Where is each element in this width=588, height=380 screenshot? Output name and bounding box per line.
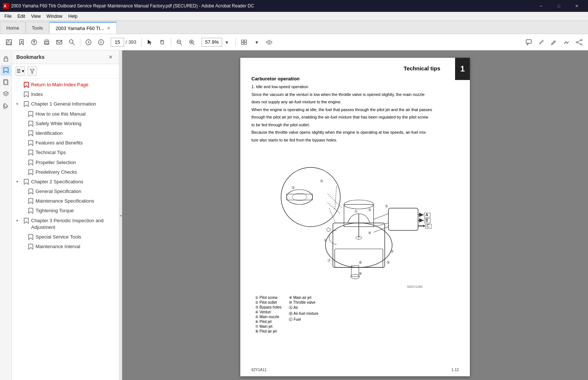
svg-marker-55 bbox=[29, 131, 33, 136]
prev-page-icon bbox=[85, 39, 92, 46]
content-subtitle: 1. Idle and low-speed operation bbox=[251, 84, 459, 90]
pages-icon bbox=[3, 79, 9, 85]
svg-text:⑤: ⑤ bbox=[387, 260, 390, 264]
bookmark-label-chapter3: Chapter 3 Periodic Inspection and Adjust… bbox=[31, 217, 116, 231]
view-mode-button[interactable] bbox=[238, 36, 250, 48]
menu-bar: File Edit View Window Help bbox=[0, 12, 588, 21]
bookmarks-menu-button[interactable]: ☰ ▾ bbox=[16, 66, 25, 76]
maximize-button[interactable]: □ bbox=[550, 0, 567, 12]
bookmark-maintenance-spec[interactable]: Maintenance Specifications bbox=[12, 196, 119, 206]
bookmarks-filter-button[interactable] bbox=[27, 66, 37, 76]
left-margin bbox=[196, 58, 240, 376]
bookmark-general-spec[interactable]: General Specification bbox=[12, 187, 119, 196]
bookmark-label-chapter2: Chapter 2 Specifications bbox=[31, 179, 83, 185]
attachments-icon-button[interactable] bbox=[1, 101, 11, 111]
content-line-6: Because the throttle valve opens slightl… bbox=[251, 129, 459, 136]
bookmark-special-tools[interactable]: Special Service Tools bbox=[12, 232, 119, 242]
menu-file[interactable]: File bbox=[1, 13, 14, 20]
bookmark-symbol-genspec-icon bbox=[28, 189, 33, 194]
svg-text:②: ② bbox=[368, 208, 371, 212]
bookmark-safety[interactable]: Safety While Working bbox=[12, 119, 119, 129]
highlight-button[interactable] bbox=[535, 36, 547, 48]
close-button[interactable]: ✕ bbox=[568, 0, 585, 12]
view-dropdown-button[interactable]: ▾ bbox=[251, 36, 263, 48]
svg-marker-50 bbox=[24, 82, 28, 87]
page-number-input[interactable] bbox=[111, 38, 124, 47]
bookmark-propeller[interactable]: Propeller Selection bbox=[12, 158, 119, 167]
tab-close-icon[interactable]: ✕ bbox=[107, 26, 110, 31]
bookmark-chapter1[interactable]: ▾ Chapter 1 General Information bbox=[12, 99, 119, 109]
minimize-button[interactable]: ─ bbox=[532, 0, 549, 12]
zoom-in-button[interactable] bbox=[186, 36, 198, 48]
bookmark-features[interactable]: Features and Benefits bbox=[12, 138, 119, 148]
svg-marker-54 bbox=[29, 121, 33, 126]
bookmark-identification[interactable]: Identification bbox=[12, 129, 119, 138]
sign-button[interactable] bbox=[561, 36, 572, 48]
upload-button[interactable] bbox=[28, 36, 40, 48]
legend-item-r1: ⑨ Main air jet bbox=[289, 296, 318, 300]
bookmark-label-features: Features and Benefits bbox=[36, 140, 83, 146]
comment-button[interactable] bbox=[523, 36, 535, 48]
scroll-mode-button[interactable] bbox=[263, 36, 275, 48]
bookmark-how-to-use[interactable]: How to use this Manual bbox=[12, 109, 119, 119]
zoom-out-button[interactable] bbox=[173, 36, 185, 48]
bookmark-symbol-index-icon bbox=[24, 91, 29, 97]
save-icon bbox=[6, 39, 12, 46]
bookmark-label-chapter1: Chapter 1 General Information bbox=[31, 101, 96, 107]
bookmarks-icon-button[interactable] bbox=[1, 65, 11, 76]
menu-edit[interactable]: Edit bbox=[14, 13, 28, 20]
panel-resize-handle[interactable] bbox=[119, 50, 122, 380]
sidebar-icons bbox=[0, 50, 12, 380]
share-button[interactable] bbox=[573, 36, 585, 48]
bookmark-symbol-ch1-icon bbox=[24, 101, 29, 107]
svg-rect-25 bbox=[241, 40, 244, 42]
print-button[interactable] bbox=[41, 36, 53, 48]
chapter1-expand-icon[interactable]: ▾ bbox=[16, 101, 21, 107]
bookmark-symbol-interval-icon bbox=[28, 244, 33, 250]
search-icon bbox=[69, 39, 75, 46]
bookmarks-close-button[interactable]: ✕ bbox=[107, 53, 114, 61]
email-button[interactable] bbox=[53, 36, 65, 48]
chapter2-expand-icon[interactable]: ▾ bbox=[16, 179, 21, 184]
bookmark-chapter3[interactable]: ▾ Chapter 3 Periodic Inspection and Adju… bbox=[12, 216, 119, 232]
menu-view[interactable]: View bbox=[28, 13, 44, 20]
bookmark-index[interactable]: Index bbox=[12, 90, 119, 99]
email-icon bbox=[56, 39, 63, 46]
toolbar-sep-3 bbox=[171, 38, 171, 47]
edit-button[interactable] bbox=[548, 36, 560, 48]
bookmark-chapter2[interactable]: ▾ Chapter 2 Specifications bbox=[12, 177, 119, 187]
next-page-button[interactable] bbox=[95, 36, 107, 48]
svg-point-38 bbox=[581, 39, 582, 41]
bookmark-label-maintenance-interval: Maintenance Interval bbox=[36, 243, 80, 250]
tab-home[interactable]: Home bbox=[0, 22, 26, 34]
hand-tool-button[interactable] bbox=[157, 36, 168, 48]
bookmark-technical-tips[interactable]: Technical Tips bbox=[12, 148, 119, 157]
zoom-dropdown-button[interactable]: ▾ bbox=[223, 36, 230, 48]
zoom-input[interactable] bbox=[201, 38, 222, 47]
pages-icon-button[interactable] bbox=[1, 77, 11, 87]
tab-document[interactable]: 2003 Yamaha F60 Tl... ✕ bbox=[49, 22, 117, 34]
tab-tools[interactable]: Tools bbox=[26, 22, 49, 34]
pdf-viewer-area[interactable]: 1 Technical tips Carburetor operation 1.… bbox=[122, 50, 588, 380]
bookmark-symbol-pred-icon bbox=[28, 169, 33, 175]
prev-page-button[interactable] bbox=[83, 36, 94, 48]
highlight-icon bbox=[538, 39, 545, 46]
chapter3-expand-icon[interactable]: ▾ bbox=[16, 218, 21, 223]
bookmark-return-main[interactable]: Return to Main Index Page bbox=[12, 80, 119, 90]
lock-icon-button[interactable] bbox=[1, 53, 11, 64]
share-icon bbox=[576, 39, 582, 46]
bookmark-maintenance-interval[interactable]: Maintenance Interval bbox=[12, 242, 119, 251]
menu-window[interactable]: Window bbox=[44, 13, 66, 20]
layers-icon-button[interactable] bbox=[1, 89, 11, 99]
bookmark-add-button[interactable]: ★ bbox=[16, 36, 27, 48]
svg-line-14 bbox=[73, 43, 74, 45]
search-button[interactable] bbox=[66, 36, 78, 48]
select-tool-button[interactable] bbox=[144, 36, 156, 48]
bookmark-predelivery[interactable]: Predelivery Checks bbox=[12, 167, 119, 177]
save-button[interactable] bbox=[3, 36, 15, 48]
menu-help[interactable]: Help bbox=[66, 13, 81, 20]
content-line-1: Since the vacuum at the venturi is low w… bbox=[251, 91, 459, 98]
bookmark-torque[interactable]: Tightening Torque bbox=[12, 206, 119, 216]
bookmark-symbol-features-icon bbox=[28, 140, 33, 146]
svg-rect-29 bbox=[267, 41, 272, 43]
